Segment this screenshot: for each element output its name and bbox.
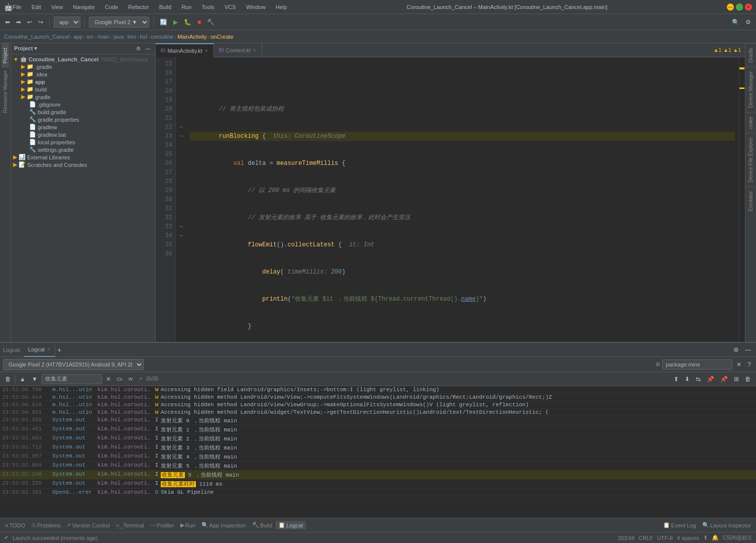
- emulator-tab[interactable]: Emulator: [746, 187, 755, 215]
- problems-btn[interactable]: ⚠ Problems: [28, 521, 63, 529]
- menu-refactor[interactable]: Refactor: [128, 4, 149, 10]
- event-log-btn[interactable]: 📋 Event Log: [660, 521, 699, 529]
- menu-tools[interactable]: Tools: [201, 4, 214, 10]
- device-dropdown[interactable]: Google Pixel 2 ▼: [89, 17, 149, 28]
- profiler-btn[interactable]: 〰 Profiler: [147, 521, 177, 529]
- logcat-filter-input[interactable]: [662, 359, 732, 370]
- tree-gradle-dir[interactable]: ▶ 📁 gradle: [11, 93, 155, 101]
- tree-app[interactable]: ▶ 📁 app: [11, 78, 155, 85]
- tree-gradlew-bat[interactable]: 📄 gradlew.bat: [11, 131, 155, 138]
- menu-file[interactable]: File: [13, 4, 22, 10]
- tab-close-1[interactable]: ✕: [204, 48, 208, 53]
- log-pin2[interactable]: 📌: [718, 375, 730, 384]
- tree-local-props[interactable]: 📄 local.properties: [11, 138, 155, 146]
- menu-navigate[interactable]: Navigate: [73, 4, 94, 10]
- layout-inspector-btn[interactable]: 🔍 Layout Inspector: [699, 521, 754, 529]
- logcat-add-tab[interactable]: +: [55, 346, 63, 354]
- code-editor[interactable]: 15 16 17 18 19 20 21 22 23 24 25 26 27 2…: [156, 57, 745, 342]
- tree-action-btn[interactable]: ⚙: [135, 45, 142, 52]
- tree-root[interactable]: ▼ 🤖 Coroutine_Launch_Cancel YA002_WorkSp…: [11, 55, 155, 63]
- menu-view[interactable]: View: [51, 4, 63, 10]
- logcat-scroll-down[interactable]: ▼: [30, 375, 40, 384]
- menu-vcs[interactable]: VCS: [225, 4, 236, 10]
- stop-button[interactable]: ■: [195, 18, 203, 27]
- run-button[interactable]: ▶: [171, 18, 180, 27]
- indent[interactable]: 4 spaces: [677, 535, 699, 541]
- code-editor-content[interactable]: // 将主线程包装成协程 runBlocking { this: Corouti…: [186, 57, 739, 342]
- build-button[interactable]: 🔨: [205, 18, 217, 27]
- resource-manager-tab[interactable]: Resource Manager: [2, 67, 9, 116]
- menu-help[interactable]: Help: [276, 4, 287, 10]
- bc-coroutine[interactable]: coroutine: [151, 34, 173, 40]
- make-tab[interactable]: make: [746, 112, 755, 133]
- todo-btn[interactable]: ≡ TODO: [2, 521, 28, 529]
- run-btn[interactable]: ▶ Run: [177, 521, 198, 529]
- minimize-button[interactable]: —: [727, 4, 734, 11]
- logcat-clear[interactable]: 🗑: [3, 375, 13, 384]
- log-nav-up[interactable]: ⬆: [672, 375, 681, 384]
- help-btn[interactable]: ?: [745, 360, 753, 369]
- menu-window[interactable]: Window: [246, 4, 266, 10]
- terminal-btn[interactable]: >_ Terminal: [113, 521, 147, 529]
- tree-idea[interactable]: ▶ 📁 .idea: [11, 70, 155, 78]
- bc-project[interactable]: Coroutine_Launch_Cancel: [4, 34, 69, 40]
- bc-hsl[interactable]: hsl: [140, 34, 147, 40]
- version-control-btn[interactable]: ↗ Version Control: [63, 521, 113, 529]
- logcat-content[interactable]: 23:53:00.750 m.hsl...utin kim.hsl.corout…: [0, 386, 756, 518]
- tree-collapse-btn[interactable]: —: [144, 45, 152, 52]
- back-button[interactable]: ⬅: [3, 18, 12, 27]
- search-match-case[interactable]: Cc: [115, 376, 125, 383]
- search-word[interactable]: W: [127, 376, 135, 383]
- tree-gitignore[interactable]: 📄 .gitignore: [11, 101, 155, 108]
- tab-mainactivity[interactable]: Kt MainActivity.kt ✕: [156, 43, 214, 57]
- tree-ext-libs[interactable]: ▶ 📊 External Libraries: [11, 153, 155, 161]
- log-clear-icon[interactable]: 🗑: [743, 375, 753, 384]
- app-inspection-btn[interactable]: 🔍 App Inspection: [198, 521, 249, 529]
- device-manager-tab[interactable]: Device Manager: [746, 67, 755, 112]
- device-file-explorer-tab[interactable]: Device File Explorer: [746, 133, 755, 186]
- bc-java[interactable]: java: [114, 34, 124, 40]
- redo-button[interactable]: ↪: [36, 18, 45, 27]
- bc-src[interactable]: src: [86, 34, 94, 40]
- bc-app[interactable]: app: [73, 34, 82, 40]
- menu-edit[interactable]: Edit: [32, 4, 41, 10]
- logcat-btn[interactable]: 📋 Logcat: [275, 521, 306, 529]
- filter-close[interactable]: ✕: [734, 360, 743, 369]
- bc-oncreate[interactable]: onCreate: [211, 34, 234, 40]
- logcat-settings[interactable]: ⚙: [731, 345, 741, 354]
- log-nav-down[interactable]: ⬇: [683, 375, 692, 384]
- build-btn[interactable]: 🔨 Build: [249, 521, 275, 529]
- tab-close-2[interactable]: ✕: [253, 48, 257, 53]
- undo-button[interactable]: ↩: [25, 18, 34, 27]
- log-filter2[interactable]: ⊞: [732, 375, 741, 384]
- tree-gradle-props[interactable]: 🔧 gradle.properties: [11, 116, 155, 123]
- menu-run[interactable]: Run: [181, 4, 191, 10]
- line-ending[interactable]: CRLF: [639, 535, 654, 541]
- tree-settings-gradle[interactable]: 🔧 settings.gradle: [11, 146, 155, 153]
- run-config-dropdown[interactable]: app: [54, 17, 80, 28]
- tree-scratches[interactable]: ▶ 📝 Scratches and Consoles: [11, 161, 155, 168]
- gradle-panel-tab[interactable]: Gradle: [746, 43, 755, 67]
- search-regex[interactable]: .*: [137, 376, 144, 383]
- sync-button[interactable]: 🔄: [158, 18, 169, 27]
- bc-main[interactable]: main: [97, 34, 110, 40]
- log-pin[interactable]: 📌: [705, 375, 716, 384]
- tree-build[interactable]: ▶ 📁 build: [11, 85, 155, 93]
- debug-button[interactable]: 🐛: [182, 18, 193, 27]
- search-prev[interactable]: ✕: [104, 375, 113, 384]
- maximize-button[interactable]: □: [736, 4, 743, 11]
- bc-kim[interactable]: kim: [128, 34, 136, 40]
- settings-button[interactable]: ⚙: [743, 18, 753, 27]
- forward-button[interactable]: ➡: [14, 18, 23, 27]
- charset[interactable]: UTF-8: [657, 535, 673, 541]
- logcat-tab-close[interactable]: ✕: [47, 347, 51, 352]
- project-panel-tab[interactable]: Project: [2, 43, 9, 67]
- tree-gradle[interactable]: ▶ 📁 .gradle: [11, 63, 155, 70]
- cursor-position[interactable]: 203:66: [618, 535, 635, 541]
- tree-build-gradle[interactable]: 🔧 build.gradle: [11, 108, 155, 116]
- logcat-scroll-up[interactable]: ▲: [18, 375, 28, 384]
- logcat-tab-main[interactable]: Logcat ✕: [24, 343, 55, 357]
- logcat-minimize[interactable]: —: [743, 345, 753, 354]
- bc-mainactivity[interactable]: MainActivity: [177, 34, 207, 40]
- tab-context[interactable]: Kt Context.kt ✕: [214, 43, 262, 57]
